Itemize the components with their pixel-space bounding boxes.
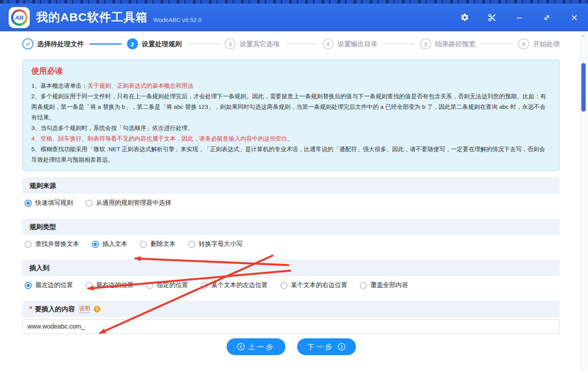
app-logo: AB [9,7,30,28]
step-4-label: 设置输出目录 [338,40,377,49]
scissors-icon [488,13,496,22]
radio-unselected-icon [85,200,93,207]
stepper-connector [187,43,220,44]
stepper: 选择待处理文件 2 设置处理规则 3 设置其它选项 4 设置输出目录 5 结果路… [22,38,560,49]
help-question-icon[interactable]: ? [94,306,100,312]
step-6-label: 开始处理 [533,40,560,49]
check-icon [25,41,31,47]
radio-unselected-icon [85,282,93,289]
notice-title: 使用必读 [31,66,551,76]
notice-item-3: 3、当勾选多个规则时，系统会按「勾选顺序」依次进行处理。 [31,123,551,133]
radio-unselected-icon [146,282,153,289]
stepper-connector [285,43,317,44]
rule-type-options: 查找并替换文本 插入文本 删除文本 转换字母大小写 [22,235,560,253]
desktop-background-strip [0,0,588,4]
step-5-label: 结果路径预览 [435,40,475,49]
gear-icon [460,13,469,22]
step-select-files[interactable]: 选择待处理文件 [22,38,84,49]
radio-rightmost-position[interactable]: 最右边的位置 [85,281,134,289]
stepper-connector [481,43,513,44]
radio-unselected-icon [201,282,208,289]
section-insert-position: 插入到 [22,260,560,276]
insert-content-input[interactable] [22,319,560,334]
section-rule-source-title: 规则来源 [29,181,56,190]
radio-unselected-icon [360,282,367,289]
step-1-circle [22,38,33,49]
notice-item-2: 2、多个规则应用于同一文件时，只有在上一条规则处理完后，才会处理下一条规则。因此… [31,91,551,123]
radio-quick-fill-rule[interactable]: 快速填写规则 [25,199,73,207]
radio-unselected-icon [140,241,147,248]
radio-unselected-icon [280,282,287,289]
scrollbar-thumb[interactable] [581,63,586,112]
footer-buttons: 上一步 下一步 [22,338,560,355]
radio-convert-case[interactable]: 转换字母大小写 [188,240,243,248]
concepts-link[interactable]: 关于规则、正则表达式的基本概念和用法 [87,82,193,89]
circle-arrow-left-icon [237,343,245,351]
step-4-circle: 4 [323,38,334,49]
radio-specified-position[interactable]: 指定的位置 [146,281,188,289]
radio-selected-icon [92,241,99,248]
settings-button[interactable] [458,11,471,24]
minimize-button[interactable] [513,11,526,24]
step-output-dir[interactable]: 4 设置输出目录 [323,38,377,49]
snip-button[interactable] [485,11,499,24]
radio-selected-icon [25,282,32,289]
stepper-connector [89,43,122,45]
step-result-preview[interactable]: 5 结果路径预览 [420,38,475,49]
app-title: 我的ABC软件工具箱 [36,9,148,25]
radio-label: 覆盖全部内容 [370,281,408,289]
radio-left-of-text[interactable]: 某个文本的左边位置 [201,281,268,289]
section-insert-position-title: 插入到 [29,264,49,273]
radio-overwrite-all[interactable]: 覆盖全部内容 [360,281,408,289]
step-3-circle: 3 [225,38,236,49]
close-button[interactable] [568,11,581,24]
radio-label: 某个文本的右边位置 [291,281,347,289]
section-rule-type-title: 规则类型 [29,222,56,231]
radio-selected-icon [25,200,32,207]
section-rule-source: 规则来源 [22,177,560,194]
maximize-button[interactable] [540,11,554,24]
step-5-circle: 5 [420,38,431,49]
radio-leftmost-position[interactable]: 最左边的位置 [25,281,73,289]
radio-delete-text[interactable]: 删除文本 [140,240,176,248]
step-set-rules[interactable]: 2 设置处理规则 [127,38,182,49]
notice-item-5: 5、模糊查找功能采用「微软 .NET 正则表达式解析引擎」来实现，「正则表达式」… [31,144,551,165]
step-3-label: 设置其它选项 [240,40,279,49]
vertical-scrollbar[interactable]: ▲ [580,33,587,370]
radio-label: 从通用的规则管理器中选择 [96,199,171,207]
section-insert-content-title: 要插入的内容 [35,305,75,314]
next-step-button[interactable]: 下一步 [297,338,356,355]
prev-step-label: 上一步 [248,342,275,352]
app-version: WodeABC v6.52.0 [153,16,201,23]
logo-text: AB [13,11,25,23]
radio-label: 查找并替换文本 [35,240,79,248]
radio-right-of-text[interactable]: 某个文本的右边位置 [280,281,347,289]
notice-item-1: 1、基本概念请单击：关于规则、正则表达式的基本概念和用法 [31,80,551,91]
notice-item-4: 4、空格、回车换行、制表符等看不见的内容也属于文本，因此，请务必留意输入内容中的… [31,133,551,144]
radio-find-replace-text[interactable]: 查找并替换文本 [25,240,79,248]
radio-label: 某个文本的左边位置 [211,281,268,289]
required-asterisk: * [29,305,32,313]
radio-label: 最左边的位置 [35,281,73,289]
logo-color-ring: AB [11,9,27,26]
step-6-circle: 6 [518,38,529,49]
step-1-label: 选择待处理文件 [37,40,84,49]
section-insert-content: * 要插入的内容 说明 ? [22,301,560,317]
radio-label: 最右边的位置 [96,281,134,289]
help-link[interactable]: 说明 [79,305,90,313]
titlebar: AB 我的ABC软件工具箱 WodeABC v6.52.0 [0,4,588,31]
step-start-processing[interactable]: 6 开始处理 [518,38,560,49]
section-rule-type: 规则类型 [22,219,560,235]
radio-from-rule-manager[interactable]: 从通用的规则管理器中选择 [85,199,171,207]
next-step-label: 下一步 [307,342,334,352]
main-content: 选择待处理文件 2 设置处理规则 3 设置其它选项 4 设置输出目录 5 结果路… [0,31,588,372]
prev-step-button[interactable]: 上一步 [227,338,285,355]
resize-diagonal-icon [543,13,551,22]
radio-insert-text[interactable]: 插入文本 [92,240,127,248]
usage-notice-box: 使用必读 1、基本概念请单击：关于规则、正则表达式的基本概念和用法 2、多个规则… [22,60,560,171]
step-other-options[interactable]: 3 设置其它选项 [225,38,279,49]
scroll-up-arrow-icon[interactable]: ▲ [581,34,586,38]
rule-source-options: 快速填写规则 从通用的规则管理器中选择 [22,194,560,212]
radio-label: 插入文本 [102,240,127,248]
radio-label: 指定的位置 [157,281,188,289]
